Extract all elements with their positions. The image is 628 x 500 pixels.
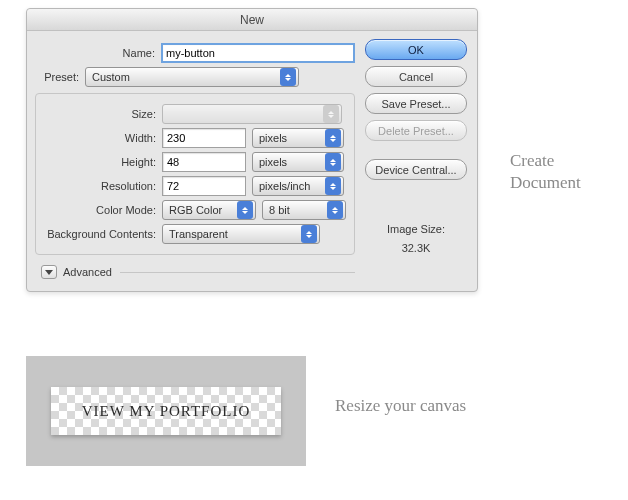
- new-document-dialog: New Name: Preset: Custom Size:: [26, 8, 478, 292]
- chevrons-icon: [325, 177, 341, 195]
- size-select: [162, 104, 342, 124]
- image-size-value: 32.3K: [365, 239, 467, 258]
- canvas-button-text: VIEW MY PORTFOLIO: [82, 403, 251, 420]
- height-label: Height:: [36, 156, 162, 168]
- colormode-value: RGB Color: [169, 204, 233, 216]
- ok-button[interactable]: OK: [365, 39, 467, 60]
- chevrons-icon: [325, 129, 341, 147]
- annotation-create-document: Create Document: [510, 150, 620, 194]
- bg-value: Transparent: [169, 228, 297, 240]
- chevrons-icon: [280, 68, 296, 86]
- document-canvas[interactable]: VIEW MY PORTFOLIO: [51, 387, 281, 435]
- chevrons-icon: [327, 201, 343, 219]
- preset-label: Preset:: [35, 71, 85, 83]
- colormode-select[interactable]: RGB Color: [162, 200, 256, 220]
- canvas-workspace: VIEW MY PORTFOLIO: [26, 356, 306, 466]
- bg-label: Background Contents:: [36, 228, 162, 240]
- annotation-resize-canvas: Resize your canvas: [335, 395, 475, 417]
- advanced-disclosure[interactable]: [41, 265, 57, 279]
- save-preset-button[interactable]: Save Preset...: [365, 93, 467, 114]
- chevrons-icon: [301, 225, 317, 243]
- name-input[interactable]: [161, 43, 355, 63]
- preset-select[interactable]: Custom: [85, 67, 299, 87]
- width-input[interactable]: [162, 128, 246, 148]
- resolution-label: Resolution:: [36, 180, 162, 192]
- device-central-button[interactable]: Device Central...: [365, 159, 467, 180]
- image-size-info: Image Size: 32.3K: [365, 220, 467, 257]
- delete-preset-button: Delete Preset...: [365, 120, 467, 141]
- name-label: Name:: [35, 47, 161, 59]
- chevrons-icon: [325, 153, 341, 171]
- resolution-unit-value: pixels/inch: [259, 180, 321, 192]
- advanced-label: Advanced: [63, 266, 112, 278]
- bg-select[interactable]: Transparent: [162, 224, 320, 244]
- height-unit-select[interactable]: pixels: [252, 152, 344, 172]
- chevrons-icon: [237, 201, 253, 219]
- image-size-label: Image Size:: [365, 220, 467, 239]
- resolution-input[interactable]: [162, 176, 246, 196]
- height-input[interactable]: [162, 152, 246, 172]
- divider: [120, 272, 355, 273]
- dialog-title: New: [27, 9, 477, 31]
- width-unit-value: pixels: [259, 132, 321, 144]
- preset-value: Custom: [92, 71, 276, 83]
- colormode-label: Color Mode:: [36, 204, 162, 216]
- width-unit-select[interactable]: pixels: [252, 128, 344, 148]
- width-label: Width:: [36, 132, 162, 144]
- resolution-unit-select[interactable]: pixels/inch: [252, 176, 344, 196]
- size-label: Size:: [36, 108, 162, 120]
- height-unit-value: pixels: [259, 156, 321, 168]
- dimensions-group: Size: Width: pixels Height:: [35, 93, 355, 255]
- colordepth-value: 8 bit: [269, 204, 323, 216]
- cancel-button[interactable]: Cancel: [365, 66, 467, 87]
- chevrons-icon: [323, 105, 339, 123]
- colordepth-select[interactable]: 8 bit: [262, 200, 346, 220]
